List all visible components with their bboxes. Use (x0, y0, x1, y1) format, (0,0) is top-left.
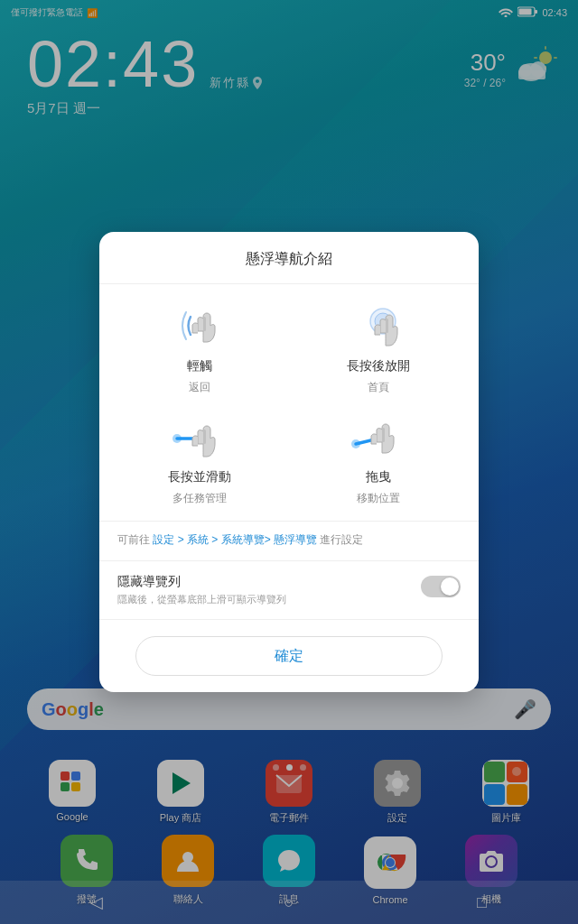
toggle-title: 隱藏導覽列 (117, 574, 410, 590)
gesture-longpress-slide-icon (168, 410, 231, 464)
confirm-button[interactable]: 確定 (135, 636, 443, 676)
gesture-longpress-slide: 長按並滑動 多任務管理 (117, 410, 282, 506)
svg-point-36 (351, 439, 360, 448)
gesture-drag-name: 拖曳 (366, 469, 391, 485)
confirm-btn-area: 確定 (99, 620, 479, 692)
gesture-drag: 拖曳 移動位置 (296, 410, 461, 506)
gesture-longpress: 長按後放開 首頁 (296, 299, 461, 395)
dialog-title: 懸浮導航介紹 (99, 232, 479, 284)
gesture-longpress-name: 長按後放開 (347, 358, 410, 374)
gestures-grid: 輕觸 返回 長按後放開 (99, 284, 479, 522)
toggle-desc: 隱藏後，從螢幕底部上滑可顯示導覽列 (117, 593, 410, 606)
gesture-drag-icon (347, 410, 410, 464)
gesture-tap-desc: 返回 (189, 380, 210, 395)
dialog-link-text: 可前往 設定 > 系統 > 系統導覽> 懸浮導覽 進行設定 (117, 533, 363, 546)
gesture-longpress-desc: 首頁 (368, 380, 389, 395)
floating-nav-dialog: 懸浮導航介紹 輕觸 返回 (99, 232, 479, 692)
toggle-row: 隱藏導覽列 隱藏後，從螢幕底部上滑可顯示導覽列 (99, 561, 479, 620)
gesture-longpress-slide-desc: 多任務管理 (172, 491, 227, 506)
toggle-text: 隱藏導覽列 隱藏後，從螢幕底部上滑可顯示導覽列 (117, 574, 410, 606)
gesture-tap-icon (168, 299, 231, 353)
svg-rect-37 (382, 428, 385, 442)
gesture-longpress-icon (347, 299, 410, 353)
settings-link[interactable]: 設定 > 系統 > 系統導覽> 懸浮導覽 (153, 533, 317, 546)
gesture-tap-name: 輕觸 (187, 358, 212, 374)
gesture-tap: 輕觸 返回 (117, 299, 282, 395)
svg-rect-30 (203, 317, 206, 331)
gesture-longpress-slide-name: 長按並滑動 (168, 469, 231, 485)
svg-rect-35 (203, 430, 206, 444)
dialog-link-area: 可前往 設定 > 系統 > 系統導覽> 懸浮導覽 進行設定 (99, 522, 479, 561)
dialog-overlay: 懸浮導航介紹 輕觸 返回 (0, 0, 578, 924)
hide-nav-toggle[interactable] (421, 576, 461, 597)
svg-rect-33 (386, 319, 388, 333)
gesture-drag-desc: 移動位置 (357, 491, 400, 506)
svg-point-34 (172, 434, 182, 443)
